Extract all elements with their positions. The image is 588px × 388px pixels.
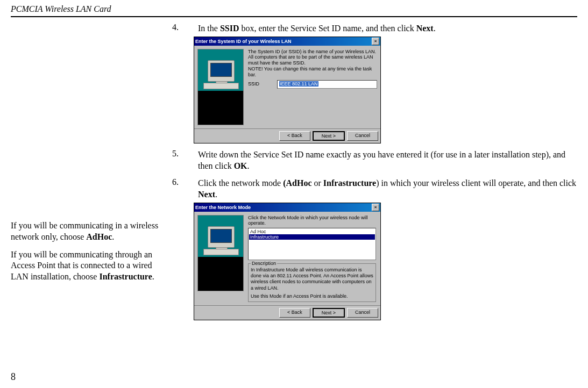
dialog-network-mode: Enter the Network Mode × Click the Netwo… bbox=[194, 203, 381, 320]
dialog-title: Enter the System ID of your Wireless LAN bbox=[195, 39, 372, 44]
list-item[interactable]: Ad Hoc bbox=[249, 229, 375, 234]
description-group: Description In Infrastructure Mode all w… bbox=[248, 263, 376, 302]
description-label: Description bbox=[251, 261, 277, 267]
cancel-button[interactable]: Cancel bbox=[347, 308, 378, 318]
note-adhoc: If you will be communicating in a wirele… bbox=[11, 220, 161, 243]
close-icon[interactable]: × bbox=[372, 204, 379, 211]
dialog-right: Click the Network Mode in which your wir… bbox=[248, 215, 377, 302]
description-text2: Use this Mode if an Access Point is avai… bbox=[251, 293, 373, 299]
dialog-ssid: Enter the System ID of your Wireless LAN… bbox=[194, 37, 381, 143]
base-icon bbox=[203, 83, 239, 89]
close-icon[interactable]: × bbox=[372, 38, 379, 45]
wizard-image bbox=[197, 215, 244, 291]
cancel-button[interactable]: Cancel bbox=[347, 131, 378, 141]
page-number: 8 bbox=[11, 371, 16, 383]
base-icon bbox=[203, 249, 239, 255]
dialog-title: Enter the Network Mode bbox=[195, 205, 372, 210]
main-steps: 4. In the SSID box, enter the Service Se… bbox=[172, 17, 577, 322]
list-item[interactable]: Infrastructure bbox=[249, 234, 375, 240]
ssid-label: SSID bbox=[248, 81, 277, 87]
dialog-text: Click the Network Mode in which your wir… bbox=[248, 215, 376, 226]
next-button[interactable]: Next > bbox=[313, 308, 345, 318]
monitor-icon bbox=[208, 60, 235, 82]
dialog-body: Click the Network Mode in which your wir… bbox=[194, 212, 380, 305]
ssid-input[interactable]: IEEE 802.11 LAN bbox=[277, 80, 377, 89]
dialog-body: The System ID (or SSID) is the name of y… bbox=[194, 46, 380, 128]
step-5: 5. Write down the Service Set ID name ex… bbox=[172, 149, 577, 172]
back-button[interactable]: < Back bbox=[279, 308, 310, 318]
step-4: 4. In the SSID box, enter the Service Se… bbox=[172, 23, 577, 34]
sidebar-notes: If you will be communicating in a wirele… bbox=[11, 17, 172, 322]
dialog-text: The System ID (or SSID) is the name of y… bbox=[248, 49, 377, 78]
back-button[interactable]: < Back bbox=[279, 131, 310, 141]
note-infrastructure: If you will be communicating through an … bbox=[11, 249, 161, 283]
spacer bbox=[11, 17, 161, 220]
titlebar: Enter the Network Mode × bbox=[194, 203, 380, 212]
wizard-image bbox=[197, 49, 244, 125]
description-text: In Infrastructure Mode all wireless comm… bbox=[251, 267, 373, 291]
ssid-row: SSID IEEE 802.11 LAN bbox=[248, 80, 377, 89]
titlebar: Enter the System ID of your Wireless LAN… bbox=[194, 37, 380, 46]
step-6: 6. Click the network mode (AdHoc or Infr… bbox=[172, 177, 577, 200]
content: If you will be communicating in a wirele… bbox=[0, 17, 588, 322]
dialog-right: The System ID (or SSID) is the name of y… bbox=[248, 49, 377, 125]
page-header: PCMCIA Wireless LAN Card bbox=[0, 0, 588, 16]
dialog-footer: < Back Next > Cancel bbox=[194, 305, 380, 320]
mode-list[interactable]: Ad Hoc Infrastructure bbox=[248, 228, 376, 260]
dialog-footer: < Back Next > Cancel bbox=[194, 128, 380, 143]
monitor-icon bbox=[208, 226, 235, 248]
next-button[interactable]: Next > bbox=[313, 131, 345, 141]
